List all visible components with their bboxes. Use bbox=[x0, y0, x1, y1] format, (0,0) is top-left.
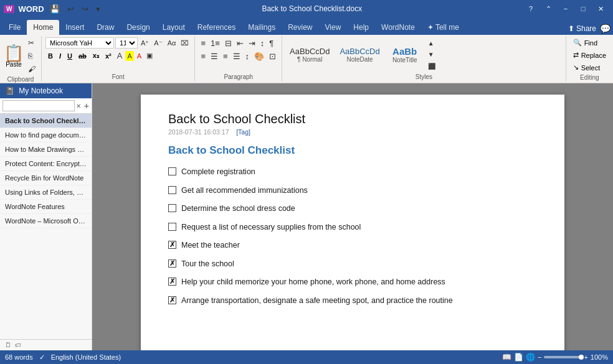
checkbox-3[interactable] bbox=[168, 223, 176, 231]
tab-tell-me[interactable]: ✦ Tell me bbox=[421, 20, 465, 35]
checkbox-1[interactable] bbox=[168, 186, 176, 194]
view-web-btn[interactable]: 🌐 bbox=[526, 353, 535, 362]
styles-expand[interactable]: ⬛ bbox=[426, 62, 437, 71]
view-print-btn[interactable]: 📄 bbox=[514, 353, 523, 362]
grow-font-icon[interactable]: A⁺ bbox=[139, 38, 151, 49]
clear-format-icon[interactable]: ⌧ bbox=[179, 38, 191, 49]
left-sidebar: 📓 My Notebook ✕ + Back to School Checkli… bbox=[0, 83, 92, 350]
tab-view[interactable]: View bbox=[319, 20, 348, 35]
share-button[interactable]: ⬆ Share bbox=[568, 24, 596, 33]
numbering-button[interactable]: 1≡ bbox=[209, 37, 222, 49]
sidebar-item-4[interactable]: Recycle Bin for WordNote bbox=[0, 171, 92, 185]
comments-button[interactable]: 💬 bbox=[600, 24, 611, 34]
tab-insert[interactable]: Insert bbox=[59, 20, 90, 35]
title-row: W WORD 💾 ↩ ↪ ▾ Back to School Checklist.… bbox=[0, 0, 613, 17]
sidebar-item-5[interactable]: Using Links of Folders, Pages, and Pa... bbox=[0, 185, 92, 200]
checkbox-0[interactable] bbox=[168, 167, 176, 175]
view-read-btn[interactable]: 📖 bbox=[502, 353, 511, 362]
style-notetitle-label: NoteTitle bbox=[392, 57, 417, 63]
sidebar-item-7[interactable]: WordNote – Microsoft OneNote Altern... bbox=[0, 214, 92, 228]
sidebar-item-6[interactable]: WordNote Features bbox=[0, 200, 92, 214]
sidebar-item-3[interactable]: Protect Content: Encrypt, Decrypt, W... bbox=[0, 157, 92, 171]
tab-review[interactable]: Review bbox=[282, 20, 318, 35]
justify-button[interactable]: ☰ bbox=[231, 50, 242, 62]
style-notedate[interactable]: AaBbCcDd NoteDate bbox=[336, 45, 383, 65]
font-color-button[interactable]: A bbox=[135, 51, 143, 61]
tab-references[interactable]: References bbox=[191, 20, 242, 35]
select-button[interactable]: ↘ Select bbox=[570, 62, 609, 73]
sidebar-item-1[interactable]: How to find page documents in Word... bbox=[0, 128, 92, 142]
checklist-text-3: Request a list of necessary supplies fro… bbox=[181, 222, 361, 233]
sidebar-item-0[interactable]: Back to School Checklist bbox=[0, 114, 92, 128]
tab-file[interactable]: File bbox=[2, 20, 27, 35]
maximize-button[interactable]: □ bbox=[574, 0, 592, 17]
tab-draw[interactable]: Draw bbox=[90, 20, 120, 35]
sidebar-footer-icon1[interactable]: 🗒 bbox=[5, 342, 11, 348]
subscript-button[interactable]: x₂ bbox=[90, 51, 102, 60]
qa-dropdown-icon[interactable]: ▾ bbox=[94, 3, 102, 15]
increase-indent-button[interactable]: ⇥ bbox=[247, 37, 257, 49]
change-case-icon[interactable]: Aα bbox=[166, 38, 178, 48]
save-icon[interactable]: 💾 bbox=[48, 3, 62, 15]
font-family-select[interactable]: Microsoft YaH bbox=[45, 37, 114, 49]
decrease-indent-button[interactable]: ⇤ bbox=[235, 37, 245, 49]
help-button[interactable]: ? bbox=[522, 0, 539, 17]
paste-button[interactable]: 📋 Paste bbox=[4, 45, 24, 68]
checkbox-5[interactable] bbox=[168, 259, 176, 268]
checkbox-6[interactable] bbox=[168, 278, 176, 286]
styles-scroll-down[interactable]: ▼ bbox=[426, 50, 437, 59]
tab-mailings[interactable]: Mailings bbox=[242, 20, 282, 35]
shading-para-button[interactable]: 🎨 bbox=[252, 50, 266, 62]
minimize-button[interactable]: − bbox=[557, 0, 574, 17]
show-marks-button[interactable]: ¶ bbox=[267, 37, 275, 49]
text-effects-button[interactable]: A bbox=[115, 50, 125, 62]
checkbox-2[interactable] bbox=[168, 204, 176, 212]
copy-button[interactable]: ⎘ bbox=[26, 50, 37, 62]
style-normal[interactable]: AaBbCcDd ¶ Normal bbox=[286, 45, 333, 65]
zoom-in-btn[interactable]: + bbox=[584, 353, 587, 361]
sidebar-footer-icon2[interactable]: 🏷 bbox=[15, 342, 21, 348]
strikethrough-button[interactable]: ab bbox=[76, 52, 89, 60]
align-right-button[interactable]: ≡ bbox=[221, 50, 230, 62]
search-clear-icon[interactable]: ✕ bbox=[75, 102, 82, 110]
tab-layout[interactable]: Layout bbox=[156, 20, 191, 35]
borders-button[interactable]: ⊡ bbox=[267, 50, 278, 62]
tab-help[interactable]: Help bbox=[347, 20, 375, 35]
format-painter-button[interactable]: 🖌 bbox=[26, 63, 37, 75]
checklist-text-2: Determine the school dress code bbox=[181, 203, 295, 215]
align-left-button[interactable]: ≡ bbox=[199, 50, 207, 62]
zoom-out-btn[interactable]: − bbox=[538, 353, 541, 361]
tab-home[interactable]: Home bbox=[27, 20, 59, 35]
italic-button[interactable]: I bbox=[57, 52, 64, 60]
tab-design[interactable]: Design bbox=[120, 20, 156, 35]
checkbox-7[interactable] bbox=[168, 296, 176, 304]
shrink-font-icon[interactable]: A⁻ bbox=[152, 38, 164, 49]
find-button[interactable]: 🔍 Find bbox=[570, 37, 609, 48]
shading-button[interactable]: ▣ bbox=[145, 50, 154, 61]
replace-button[interactable]: ⇄ Replace bbox=[570, 50, 609, 60]
line-spacing-button[interactable]: ↕ bbox=[244, 50, 252, 62]
close-button[interactable]: ✕ bbox=[592, 0, 609, 17]
font-size-select[interactable]: 11 bbox=[115, 37, 138, 49]
styles-scroll-up[interactable]: ▲ bbox=[426, 39, 437, 48]
multilevel-button[interactable]: ⊟ bbox=[223, 37, 234, 49]
style-notetitle[interactable]: AaBb NoteTitle bbox=[386, 44, 424, 65]
sidebar-item-2[interactable]: How to Make Drawings and Handwriti... bbox=[0, 142, 92, 157]
zoom-slider[interactable] bbox=[544, 356, 581, 358]
tab-wordnote[interactable]: WordNote bbox=[375, 20, 421, 35]
underline-button[interactable]: U bbox=[65, 52, 75, 60]
cut-button[interactable]: ✂ bbox=[26, 37, 37, 49]
sort-button[interactable]: ↕ bbox=[259, 37, 267, 49]
ribbon-group-paragraph: ≡ 1≡ ⊟ ⇤ ⇥ ↕ ¶ ≡ ☰ ≡ ☰ ↕ 🎨 ⊡ bbox=[195, 36, 282, 82]
bullets-button[interactable]: ≡ bbox=[199, 37, 207, 49]
align-center-button[interactable]: ☰ bbox=[209, 50, 220, 62]
checkbox-4[interactable] bbox=[168, 241, 176, 249]
redo-icon[interactable]: ↪ bbox=[80, 3, 90, 15]
bold-button[interactable]: B bbox=[45, 52, 55, 60]
ribbon-collapse-button[interactable]: ⌃ bbox=[539, 0, 557, 17]
undo-icon[interactable]: ↩ bbox=[65, 3, 76, 15]
search-input[interactable] bbox=[2, 100, 75, 111]
new-page-icon[interactable]: + bbox=[84, 101, 89, 111]
superscript-button[interactable]: x² bbox=[103, 52, 114, 60]
text-highlight-button[interactable]: A bbox=[125, 51, 133, 61]
